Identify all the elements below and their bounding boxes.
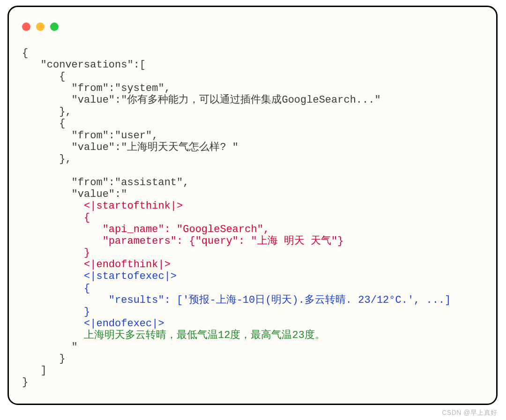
- code-line: },: [22, 153, 72, 165]
- code-line: {: [22, 71, 65, 82]
- answer-line: 上海明天多云转晴，最低气温12度，最高气温23度。: [22, 330, 325, 341]
- code-line: "value":": [22, 188, 127, 200]
- exec-block-end: <|endofexec|>: [22, 318, 164, 330]
- exec-block-line: {: [22, 283, 90, 294]
- code-line: "value":"上海明天天气怎么样? ": [22, 142, 238, 153]
- think-block-start: <|startofthink|>: [22, 200, 183, 212]
- code-window: { "conversations":[ { "from":"system", "…: [7, 6, 498, 405]
- window-titlebar: [9, 7, 496, 37]
- watermark-text: CSDN @早上真好: [442, 409, 498, 417]
- think-block-end: <|endofthink|>: [22, 259, 171, 270]
- code-line: },: [22, 106, 72, 118]
- code-line: {: [22, 118, 65, 129]
- code-line: "conversations":[: [22, 59, 146, 71]
- think-block-line: "parameters": {"query": "上海 明天 天气"}: [22, 235, 344, 247]
- code-line: ]: [22, 365, 47, 376]
- code-line: ": [22, 341, 78, 353]
- think-block-line: {: [22, 212, 90, 224]
- minimize-icon[interactable]: [36, 22, 45, 31]
- close-icon[interactable]: [22, 22, 30, 31]
- code-line: }: [22, 353, 65, 365]
- code-line: {: [22, 47, 28, 59]
- think-block-line: }: [22, 247, 90, 259]
- exec-block-start: <|startofexec|>: [22, 270, 177, 282]
- exec-block-line: "results": ['预报-上海-10日(明天).多云转晴. 23/12°C…: [22, 294, 451, 306]
- code-line: }: [22, 376, 28, 388]
- code-line: "from":"system",: [22, 82, 171, 94]
- zoom-icon[interactable]: [50, 22, 59, 31]
- exec-block-line: }: [22, 306, 90, 318]
- code-line: "from":"user",: [22, 130, 158, 142]
- think-block-line: "api_name": "GoogleSearch",: [22, 224, 269, 235]
- code-line: "from":"assistant",: [22, 177, 189, 188]
- code-line: "value":"你有多种能力，可以通过插件集成GoogleSearch...": [22, 94, 381, 106]
- code-block: { "conversations":[ { "from":"system", "…: [9, 37, 496, 388]
